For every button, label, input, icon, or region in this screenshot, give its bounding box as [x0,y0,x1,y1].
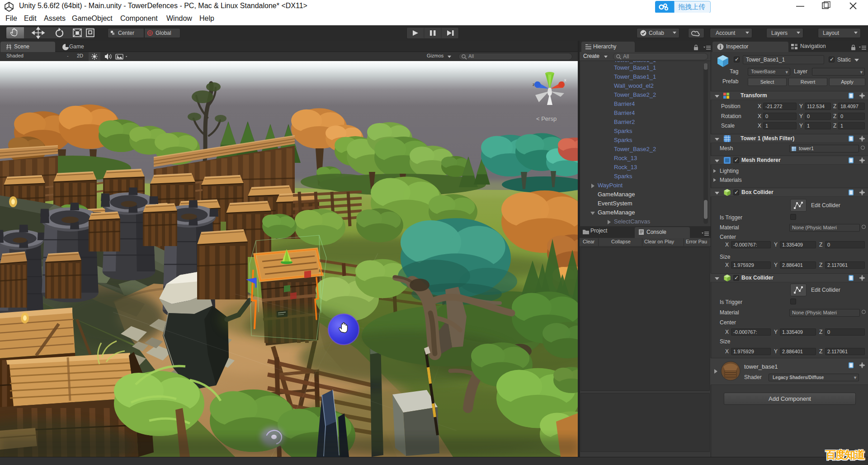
svg-text:< Persp: < Persp [536,115,557,122]
svg-text:x: x [564,78,566,82]
svg-text:z: z [533,82,535,87]
